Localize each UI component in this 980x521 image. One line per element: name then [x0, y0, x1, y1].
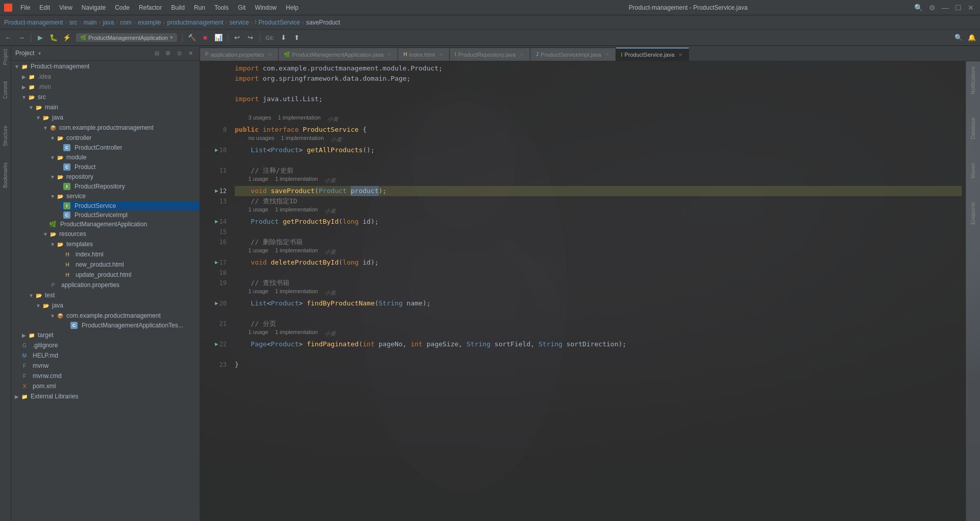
tab-productmanagementapp[interactable]: 🌿 ProductManagementApplication.java ✕ — [279, 48, 398, 61]
hint-usages-btn[interactable]: 3 usages — [249, 114, 272, 121]
tree-item-resources[interactable]: ▼ 📂 resources — [40, 229, 200, 239]
tree-item-mvn[interactable]: ▶ 📁 .mvn — [18, 82, 200, 92]
git-push-btn[interactable]: ⬆ — [290, 32, 303, 44]
run-btn[interactable]: ▶ — [34, 32, 46, 44]
hint-no-usages-btn[interactable]: no usages — [249, 135, 275, 141]
gutter-run-icon-10[interactable]: ▶ — [215, 145, 218, 155]
tree-item-helpmd[interactable]: M HELP.md — [18, 350, 200, 361]
tab-close-indexhtml[interactable]: ✕ — [439, 52, 443, 57]
run-config[interactable]: 🌿 ProductManagementApplication ▾ — [76, 33, 177, 42]
bc-example[interactable]: example — [138, 19, 161, 26]
tree-item-app[interactable]: 🌿 ProductManagementApplication — [47, 220, 200, 229]
bc-java[interactable]: java — [103, 19, 114, 26]
bc-project[interactable]: Product-management — [4, 19, 63, 26]
endpoints-tab[interactable]: Endpoints — [969, 199, 977, 227]
hint-1usage5-btn[interactable]: 1 usage — [249, 329, 268, 335]
tree-item-target[interactable]: ▶ 📁 target — [18, 330, 200, 340]
tree-item-testpackage[interactable]: ▼ 📦 com.example.productmanagement — [47, 311, 200, 321]
tree-item-appprops[interactable]: P application.properties — [47, 280, 200, 290]
tab-close-productserviceimpl[interactable]: ✕ — [605, 52, 609, 57]
menu-code[interactable]: Code — [111, 3, 134, 12]
close-tree-btn[interactable]: ✕ — [185, 48, 195, 58]
collapse-all-btn[interactable]: ⊟ — [152, 48, 162, 58]
menu-run[interactable]: Run — [190, 3, 209, 12]
bc-com[interactable]: com — [120, 19, 132, 26]
tree-item-templates[interactable]: ▼ 📂 templates — [47, 239, 200, 249]
hint-impl2-btn[interactable]: 1 implementation — [281, 135, 324, 141]
gutter-run-icon-22[interactable]: ▶ — [215, 339, 218, 349]
menu-view[interactable]: View — [55, 3, 77, 12]
project-tab[interactable]: Project — [2, 46, 9, 68]
tree-item-apptest[interactable]: C ProductManagementApplicationTes... — [68, 321, 200, 330]
notifications-tab[interactable]: Notifications — [969, 63, 977, 97]
menu-git[interactable]: Git — [234, 3, 250, 12]
bc-service[interactable]: service — [230, 19, 249, 26]
tree-item-mvnw[interactable]: F mvnw — [18, 361, 200, 371]
notifications-btn[interactable]: 🔔 — [966, 32, 978, 44]
close-btn[interactable]: ✕ — [966, 4, 976, 12]
tree-item-idea[interactable]: ▶ 📁 .idea — [18, 72, 200, 82]
tab-close-productservice[interactable]: ✕ — [678, 52, 682, 58]
tree-item-gitignore[interactable]: G .gitignore — [18, 340, 200, 350]
hint-impl3-btn[interactable]: 1 implementation — [275, 176, 318, 182]
hint-1usage3-btn[interactable]: 1 usage — [249, 247, 268, 253]
stop-btn[interactable]: ■ — [199, 32, 211, 44]
tree-item-com[interactable]: ▼ 📦 com.example.productmanagement — [40, 123, 200, 133]
hint-impl7-btn[interactable]: 1 implementation — [275, 329, 318, 335]
redo-btn[interactable]: ↪ — [244, 32, 257, 44]
hint-impl-btn[interactable]: 1 implementation — [278, 114, 321, 121]
tree-item-controller[interactable]: ▼ 📂 controller — [47, 133, 200, 143]
tree-item-productcontroller[interactable]: C ProductController — [61, 143, 200, 152]
hint-1usage-btn[interactable]: 1 usage — [249, 176, 268, 182]
menu-tools[interactable]: Tools — [210, 3, 233, 12]
debug-btn[interactable]: 🐛 — [47, 32, 60, 44]
gutter-run-icon-17[interactable]: ▶ — [215, 257, 218, 268]
minimize-btn[interactable]: — — [940, 4, 951, 12]
tab-close-productrepository[interactable]: ✕ — [520, 52, 524, 57]
tree-item-product-class[interactable]: C Product — [61, 162, 200, 172]
gutter-run-icon-14[interactable]: ▶ — [215, 217, 218, 227]
menu-refactor[interactable]: Refactor — [135, 3, 166, 12]
tab-productrepository[interactable]: I ProductRepository.java ✕ — [450, 48, 531, 61]
locate-file-btn[interactable]: ⊙ — [174, 48, 184, 58]
menu-edit[interactable]: Edit — [35, 3, 54, 12]
tree-item-test[interactable]: ▼ 📂 test — [26, 290, 200, 300]
tree-item-testjava[interactable]: ▼ 📂 java — [33, 300, 200, 311]
back-btn[interactable]: ← — [2, 32, 14, 44]
hint-impl6-btn[interactable]: 1 implementation — [275, 288, 318, 294]
tree-dropdown-icon[interactable]: ▾ — [38, 51, 41, 56]
bc-productmanagement[interactable]: productmanagement — [167, 19, 223, 26]
coverage-btn[interactable]: 📊 — [212, 32, 225, 44]
tree-item-main[interactable]: ▼ 📂 main — [26, 102, 200, 112]
tab-application-properties[interactable]: P application.properties ✕ — [200, 48, 279, 61]
structure-tab[interactable]: Structure — [2, 123, 9, 150]
menu-help[interactable]: Help — [282, 3, 303, 12]
menu-window[interactable]: Window — [251, 3, 281, 12]
tab-close-app-props[interactable]: ✕ — [268, 52, 272, 57]
search-btn[interactable]: 🔍 — [952, 32, 965, 44]
commit-tab[interactable]: Commit — [2, 78, 9, 102]
tree-item-repository[interactable]: ▼ 📂 repository — [47, 172, 200, 182]
tree-item-mvnwcmd[interactable]: F mvnw.cmd — [18, 371, 200, 381]
bc-productservice[interactable]: ProductService — [258, 19, 300, 26]
git-update-btn[interactable]: ⬇ — [277, 32, 289, 44]
tree-item-productserviceimpl[interactable]: C ProductServiceImpl — [61, 210, 200, 220]
gutter-run-icon-20[interactable]: ▶ — [215, 298, 218, 309]
tree-item-ext-libs[interactable]: ▶ 📁 External Libraries — [11, 391, 200, 401]
tree-item-java[interactable]: ▼ 📂 java — [33, 112, 200, 123]
tree-item-updateproducthtml[interactable]: H update_product.html — [61, 270, 200, 280]
tab-productserviceimpl[interactable]: J ProductServiceImpl.java ✕ — [530, 48, 616, 61]
tree-item-indexhtml[interactable]: H index.html — [61, 249, 200, 259]
hint-1usage2-btn[interactable]: 1 usage — [249, 206, 268, 212]
search-everywhere-btn[interactable]: 🔍 — [912, 4, 925, 12]
tree-item-src[interactable]: ▼ 📂 src — [18, 92, 200, 102]
database-tab[interactable]: Database — [969, 114, 977, 143]
tab-productservice[interactable]: I ProductService.java ✕ — [616, 48, 690, 61]
tree-item-service[interactable]: ▼ 📂 service — [47, 191, 200, 201]
tab-close-productmanagementapp[interactable]: ✕ — [387, 52, 391, 57]
hint-impl4-btn[interactable]: 1 implementation — [275, 206, 318, 212]
menu-navigate[interactable]: Navigate — [78, 3, 110, 12]
bookmarks-tab[interactable]: Bookmarks — [2, 159, 9, 191]
tree-item-pomxml[interactable]: X pom.xml — [18, 381, 200, 391]
menu-file[interactable]: File — [16, 3, 34, 12]
